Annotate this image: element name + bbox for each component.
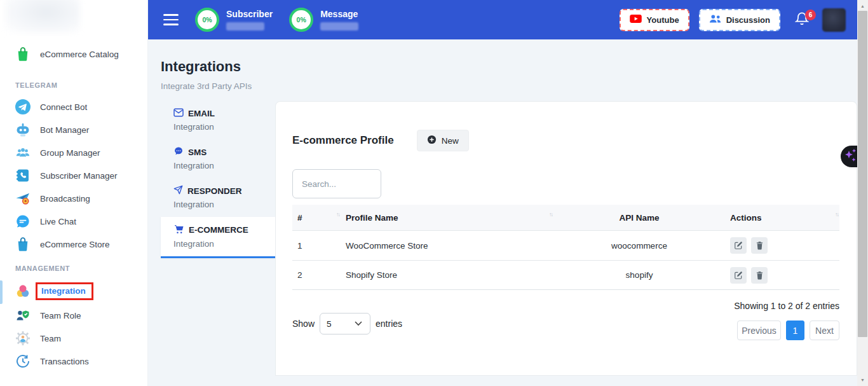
sidebar-item-ecommerce-catalog[interactable]: eCommerce Catalog [0, 41, 147, 67]
robot-icon [15, 122, 31, 137]
message-stat-label: Message [320, 9, 358, 19]
contact-book-icon [15, 168, 31, 183]
delete-button[interactable] [751, 237, 768, 254]
subnav-item-title: RESPONDER [187, 186, 242, 196]
paper-plane-icon [173, 185, 183, 196]
table-row: 2 Shopify Store shopify [292, 260, 839, 290]
sidebar-item-team-role[interactable]: Team Role [0, 304, 147, 327]
profile-name: WooCommerce Store [341, 241, 553, 251]
avatar[interactable] [822, 8, 846, 32]
sidebar-section-management: MANAGEMENT [0, 256, 147, 279]
scrollbar-thumb[interactable] [858, 11, 867, 337]
chat-bubble-icon [15, 214, 31, 229]
sidebar-item-group-manager[interactable]: Group Manager [0, 141, 147, 164]
sidebar-item-integration[interactable]: Integration [0, 279, 147, 304]
gear-person-icon [15, 331, 31, 346]
integration-subnav: EMAIL Integration SMS Integration [161, 101, 275, 376]
api-name: shopify [553, 270, 725, 280]
table-header-row: # ↑↓ Profile Name ↑↓ API Name Actions [292, 205, 839, 230]
entries-summary: Showing 1 to 2 of 2 entries [734, 301, 839, 311]
sort-icon[interactable]: ↑↓ [835, 211, 838, 217]
sidebar-item-transactions[interactable]: Transactions [0, 350, 147, 373]
sort-icon[interactable]: ↑↓ [336, 211, 339, 217]
youtube-button[interactable]: Youtube [620, 9, 689, 31]
profiles-table: # ↑↓ Profile Name ↑↓ API Name Actions [292, 205, 839, 290]
row-number: 2 [292, 270, 341, 280]
profile-name: Shopify Store [341, 270, 553, 280]
subscriber-stat-value-redacted [226, 22, 264, 31]
sidebar-item-label: Integration [41, 286, 86, 296]
sidebar-section-telegram: TELEGRAM [0, 72, 147, 95]
subnav-item-title: E-COMMERCE [189, 225, 248, 235]
ecommerce-profile-panel: E-commerce Profile New # ↑↓ [275, 101, 857, 376]
youtube-button-label: Youtube [647, 15, 679, 25]
main-content: Integrations Integrate 3rd Party APIs EM… [148, 39, 857, 386]
entries-label: entries [376, 319, 402, 329]
subnav-item-sms[interactable]: SMS Integration [161, 139, 275, 178]
sidebar-item-label: Bot Manager [40, 125, 89, 135]
sidebar-item-ecommerce-store[interactable]: eCommerce Store [0, 233, 147, 256]
sort-icon[interactable]: ↑↓ [549, 211, 552, 217]
new-button-label: New [442, 136, 459, 146]
users-icon [709, 14, 721, 25]
telegram-plane-icon [15, 99, 31, 114]
subnav-item-subtitle: Integration [173, 161, 275, 170]
sidebar-item-broadcasting[interactable]: Broadcasting [0, 187, 147, 210]
ai-assistant-button[interactable] [841, 146, 859, 167]
current-page-button[interactable]: 1 [786, 321, 804, 340]
show-label: Show [292, 319, 315, 329]
sidebar-item-label: Group Manager [40, 148, 100, 158]
subnav-item-title: SMS [188, 148, 207, 157]
clock-history-icon [15, 354, 31, 369]
sidebar-item-label: Transactions [40, 357, 89, 366]
subnav-item-email[interactable]: EMAIL Integration [161, 101, 275, 139]
previous-page-button[interactable]: Previous [737, 321, 781, 340]
scroll-up-arrow-icon[interactable]: ▲ [857, 1, 868, 11]
discussion-button[interactable]: Discussion [699, 9, 780, 31]
panel-title: E-commerce Profile [292, 134, 394, 147]
integration-circles-icon [15, 284, 31, 299]
sidebar-item-bot-manager[interactable]: Bot Manager [0, 118, 147, 141]
search-input[interactable] [292, 169, 381, 198]
shopping-cart-icon [173, 224, 184, 236]
subnav-item-subtitle: Integration [173, 200, 275, 209]
page-subtitle: Integrate 3rd Party APIs [161, 81, 857, 91]
subnav-item-subtitle: Integration [173, 239, 275, 249]
delete-button[interactable] [751, 267, 768, 284]
message-stat-value-redacted [320, 22, 358, 31]
shopping-bag-icon [15, 46, 31, 62]
subscriber-progress-ring: 0% [195, 8, 219, 32]
sidebar-item-label: eCommerce Catalog [40, 50, 119, 59]
hamburger-menu-icon[interactable] [163, 14, 179, 25]
envelope-icon [173, 108, 184, 119]
page-size-select[interactable]: 5 [320, 313, 370, 334]
subnav-item-responder[interactable]: RESPONDER Integration [161, 178, 275, 217]
sidebar-item-label: Live Chat [40, 217, 76, 226]
broadcast-plane-icon [15, 191, 31, 206]
app-logo [5, 0, 80, 33]
page-title: Integrations [161, 59, 857, 75]
sms-bubble-icon [173, 146, 184, 158]
sidebar-item-live-chat[interactable]: Live Chat [0, 210, 147, 233]
scroll-down-arrow-icon[interactable]: ▼ [857, 375, 868, 385]
message-progress-ring: 0% [289, 8, 313, 32]
discussion-button-label: Discussion [726, 15, 770, 25]
next-page-button[interactable]: Next [810, 321, 839, 340]
subscriber-stat-label: Subscriber [226, 9, 273, 19]
sidebar-item-connect-bot[interactable]: Connect Bot [0, 95, 147, 118]
sidebar-item-label: Broadcasting [40, 194, 90, 203]
edit-button[interactable] [730, 237, 747, 254]
notification-bell-icon[interactable]: 6 [795, 11, 809, 29]
edit-button[interactable] [730, 267, 747, 284]
sidebar: eCommerce Catalog TELEGRAM Connect Bot B… [0, 0, 148, 386]
column-header: API Name [619, 213, 659, 223]
annotation-highlight-box: Integration [36, 282, 93, 300]
subnav-item-ecommerce[interactable]: E-COMMERCE Integration [161, 217, 275, 258]
sidebar-item-subscriber-manager[interactable]: Subscriber Manager [0, 164, 147, 187]
message-stat: 0% Message [289, 8, 358, 32]
column-header: Actions [730, 213, 762, 223]
new-profile-button[interactable]: New [417, 130, 469, 151]
sidebar-item-team[interactable]: Team [0, 327, 147, 350]
row-number: 1 [292, 241, 341, 251]
plus-circle-icon [427, 135, 437, 146]
